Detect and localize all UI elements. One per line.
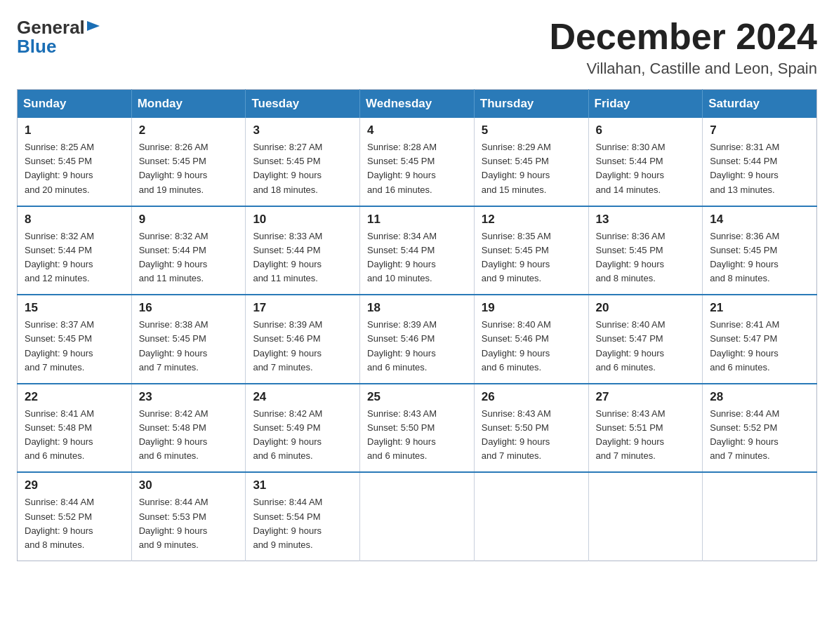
day-number: 29 (25, 478, 124, 492)
calendar-header: SundayMondayTuesdayWednesdayThursdayFrid… (18, 90, 817, 119)
day-number: 3 (253, 123, 352, 137)
logo-arrow-icon (87, 15, 100, 37)
calendar-day-cell: 16 Sunrise: 8:38 AM Sunset: 5:45 PM Dayl… (131, 295, 246, 384)
calendar-day-cell: 14 Sunrise: 8:36 AM Sunset: 5:45 PM Dayl… (703, 206, 817, 295)
calendar-day-cell: 9 Sunrise: 8:32 AM Sunset: 5:44 PM Dayli… (131, 206, 246, 295)
calendar-day-cell: 27 Sunrise: 8:43 AM Sunset: 5:51 PM Dayl… (588, 384, 703, 473)
day-of-week-header: Monday (131, 90, 246, 119)
day-number: 16 (139, 301, 239, 315)
calendar-day-cell: 19 Sunrise: 8:40 AM Sunset: 5:46 PM Dayl… (474, 295, 588, 384)
day-number: 13 (596, 213, 696, 227)
calendar-week-row: 22 Sunrise: 8:41 AM Sunset: 5:48 PM Dayl… (18, 384, 817, 473)
day-info: Sunrise: 8:28 AM Sunset: 5:45 PM Dayligh… (367, 140, 467, 197)
day-info: Sunrise: 8:39 AM Sunset: 5:46 PM Dayligh… (253, 318, 352, 375)
calendar-day-cell: 5 Sunrise: 8:29 AM Sunset: 5:45 PM Dayli… (474, 118, 588, 206)
day-number: 27 (596, 390, 696, 404)
calendar-day-cell (360, 472, 475, 561)
calendar-body: 1 Sunrise: 8:25 AM Sunset: 5:45 PM Dayli… (18, 118, 817, 561)
calendar-day-cell: 24 Sunrise: 8:42 AM Sunset: 5:49 PM Dayl… (246, 384, 360, 473)
calendar-day-cell: 4 Sunrise: 8:28 AM Sunset: 5:45 PM Dayli… (360, 118, 475, 206)
svg-marker-0 (87, 21, 100, 31)
day-number: 7 (710, 123, 809, 137)
calendar-day-cell (588, 472, 703, 561)
day-of-week-header: Wednesday (360, 90, 475, 119)
day-number: 28 (710, 390, 809, 404)
logo: General Blue (17, 17, 100, 58)
day-info: Sunrise: 8:44 AM Sunset: 5:52 PM Dayligh… (25, 495, 124, 552)
calendar-day-cell: 10 Sunrise: 8:33 AM Sunset: 5:44 PM Dayl… (246, 206, 360, 295)
calendar-day-cell: 8 Sunrise: 8:32 AM Sunset: 5:44 PM Dayli… (18, 206, 132, 295)
day-info: Sunrise: 8:44 AM Sunset: 5:54 PM Dayligh… (253, 495, 352, 552)
calendar-day-cell: 22 Sunrise: 8:41 AM Sunset: 5:48 PM Dayl… (18, 384, 132, 473)
day-info: Sunrise: 8:43 AM Sunset: 5:51 PM Dayligh… (596, 407, 696, 464)
day-info: Sunrise: 8:37 AM Sunset: 5:45 PM Dayligh… (25, 318, 124, 375)
day-number: 12 (482, 213, 581, 227)
calendar-table: SundayMondayTuesdayWednesdayThursdayFrid… (17, 89, 817, 561)
calendar-day-cell: 1 Sunrise: 8:25 AM Sunset: 5:45 PM Dayli… (18, 118, 132, 206)
day-of-week-header: Tuesday (246, 90, 360, 119)
calendar-day-cell: 25 Sunrise: 8:43 AM Sunset: 5:50 PM Dayl… (360, 384, 475, 473)
day-info: Sunrise: 8:32 AM Sunset: 5:44 PM Dayligh… (139, 229, 239, 286)
calendar-day-cell: 29 Sunrise: 8:44 AM Sunset: 5:52 PM Dayl… (18, 472, 132, 561)
calendar-week-row: 29 Sunrise: 8:44 AM Sunset: 5:52 PM Dayl… (18, 472, 817, 561)
day-info: Sunrise: 8:34 AM Sunset: 5:44 PM Dayligh… (367, 229, 467, 286)
calendar-day-cell: 15 Sunrise: 8:37 AM Sunset: 5:45 PM Dayl… (18, 295, 132, 384)
calendar-day-cell: 20 Sunrise: 8:40 AM Sunset: 5:47 PM Dayl… (588, 295, 703, 384)
calendar-week-row: 1 Sunrise: 8:25 AM Sunset: 5:45 PM Dayli… (18, 118, 817, 206)
calendar-day-cell: 31 Sunrise: 8:44 AM Sunset: 5:54 PM Dayl… (246, 472, 360, 561)
day-number: 23 (139, 390, 239, 404)
day-number: 11 (367, 213, 467, 227)
day-number: 1 (25, 123, 124, 137)
day-info: Sunrise: 8:43 AM Sunset: 5:50 PM Dayligh… (367, 407, 467, 464)
day-info: Sunrise: 8:33 AM Sunset: 5:44 PM Dayligh… (253, 229, 352, 286)
day-number: 6 (596, 123, 696, 137)
day-number: 24 (253, 390, 352, 404)
day-number: 15 (25, 301, 124, 315)
day-info: Sunrise: 8:26 AM Sunset: 5:45 PM Dayligh… (139, 140, 239, 197)
day-info: Sunrise: 8:27 AM Sunset: 5:45 PM Dayligh… (253, 140, 352, 197)
calendar-day-cell: 13 Sunrise: 8:36 AM Sunset: 5:45 PM Dayl… (588, 206, 703, 295)
day-info: Sunrise: 8:40 AM Sunset: 5:47 PM Dayligh… (596, 318, 696, 375)
day-info: Sunrise: 8:32 AM Sunset: 5:44 PM Dayligh… (25, 229, 124, 286)
day-number: 17 (253, 301, 352, 315)
day-info: Sunrise: 8:43 AM Sunset: 5:50 PM Dayligh… (482, 407, 581, 464)
calendar-day-cell: 21 Sunrise: 8:41 AM Sunset: 5:47 PM Dayl… (703, 295, 817, 384)
day-number: 21 (710, 301, 809, 315)
day-number: 31 (253, 478, 352, 492)
day-number: 5 (482, 123, 581, 137)
day-info: Sunrise: 8:42 AM Sunset: 5:48 PM Dayligh… (139, 407, 239, 464)
month-year-title: December 2024 (549, 17, 817, 57)
day-info: Sunrise: 8:39 AM Sunset: 5:46 PM Dayligh… (367, 318, 467, 375)
day-number: 18 (367, 301, 467, 315)
day-info: Sunrise: 8:36 AM Sunset: 5:45 PM Dayligh… (710, 229, 809, 286)
day-of-week-header: Sunday (18, 90, 132, 119)
day-number: 2 (139, 123, 239, 137)
calendar-week-row: 8 Sunrise: 8:32 AM Sunset: 5:44 PM Dayli… (18, 206, 817, 295)
day-info: Sunrise: 8:44 AM Sunset: 5:52 PM Dayligh… (710, 407, 809, 464)
day-number: 19 (482, 301, 581, 315)
day-info: Sunrise: 8:41 AM Sunset: 5:47 PM Dayligh… (710, 318, 809, 375)
day-number: 4 (367, 123, 467, 137)
day-number: 30 (139, 478, 239, 492)
day-number: 26 (482, 390, 581, 404)
calendar-day-cell: 7 Sunrise: 8:31 AM Sunset: 5:44 PM Dayli… (703, 118, 817, 206)
calendar-day-cell: 23 Sunrise: 8:42 AM Sunset: 5:48 PM Dayl… (131, 384, 246, 473)
day-number: 8 (25, 213, 124, 227)
day-info: Sunrise: 8:29 AM Sunset: 5:45 PM Dayligh… (482, 140, 581, 197)
calendar-day-cell: 6 Sunrise: 8:30 AM Sunset: 5:44 PM Dayli… (588, 118, 703, 206)
logo-blue-text: Blue (17, 36, 56, 58)
calendar-day-cell: 26 Sunrise: 8:43 AM Sunset: 5:50 PM Dayl… (474, 384, 588, 473)
days-of-week-row: SundayMondayTuesdayWednesdayThursdayFrid… (18, 90, 817, 119)
day-number: 25 (367, 390, 467, 404)
calendar-week-row: 15 Sunrise: 8:37 AM Sunset: 5:45 PM Dayl… (18, 295, 817, 384)
day-number: 10 (253, 213, 352, 227)
day-info: Sunrise: 8:30 AM Sunset: 5:44 PM Dayligh… (596, 140, 696, 197)
day-of-week-header: Saturday (703, 90, 817, 119)
calendar-day-cell: 11 Sunrise: 8:34 AM Sunset: 5:44 PM Dayl… (360, 206, 475, 295)
calendar-day-cell: 30 Sunrise: 8:44 AM Sunset: 5:53 PM Dayl… (131, 472, 246, 561)
day-number: 14 (710, 213, 809, 227)
day-info: Sunrise: 8:38 AM Sunset: 5:45 PM Dayligh… (139, 318, 239, 375)
day-number: 22 (25, 390, 124, 404)
day-info: Sunrise: 8:40 AM Sunset: 5:46 PM Dayligh… (482, 318, 581, 375)
title-block: December 2024 Villahan, Castille and Leo… (549, 17, 817, 78)
